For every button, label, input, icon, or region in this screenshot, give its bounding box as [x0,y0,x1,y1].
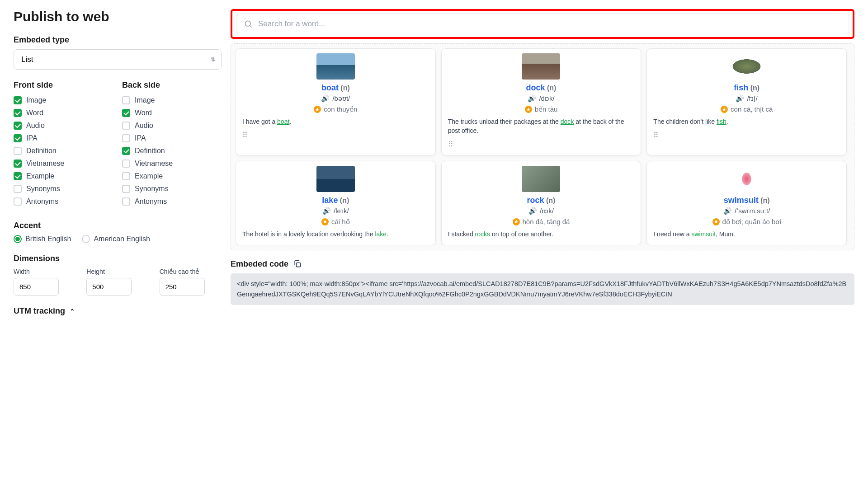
audio-icon[interactable]: 🔊 [321,94,330,103]
audio-icon[interactable]: 🔊 [723,207,732,215]
audio-icon[interactable]: 🔊 [322,207,331,215]
star-icon: ★ [321,218,329,225]
front-checkbox-definition[interactable] [14,147,22,155]
front-checkbox-image[interactable] [14,96,22,104]
accent-option-label: American English [94,235,150,243]
back-checkbox-antonyms[interactable] [122,197,130,206]
drag-handle-icon[interactable]: ⠿ [242,131,429,139]
copy-icon[interactable] [293,259,302,268]
back-checkbox-vietnamese[interactable] [122,160,130,168]
utm-tracking-toggle[interactable]: UTM tracking ⌃ [14,306,222,316]
vocab-card[interactable]: boat (n)🔊/bəʊt/★con thuyềnI have got a b… [236,48,436,155]
vocab-card[interactable]: swimsuit (n)🔊/ˈswɪm.suːt/★đồ bơi; quần á… [646,161,847,245]
back-checkbox-example[interactable] [122,172,130,180]
svg-line-1 [250,26,252,28]
back-option-label: Example [135,172,163,180]
search-highlight-box [231,9,854,39]
front-option-label: Synonyms [26,185,60,193]
card-image [522,53,560,80]
embed-type-label: Embeded type [14,35,222,45]
card-word: boat [321,83,339,92]
front-option-label: Word [26,109,43,117]
back-checkbox-definition[interactable] [122,147,130,155]
back-option-label: Vietnamese [135,160,173,168]
front-checkbox-audio[interactable] [14,122,22,130]
vocab-card[interactable]: fish (n)🔊/fɪʃ/★con cá, thịt cáThe childr… [646,48,847,155]
example-highlight: dock [561,118,574,125]
radio-icon [82,235,90,243]
back-checkbox-synonyms[interactable] [122,185,130,193]
embed-code-label: Embeded code [231,259,288,269]
audio-icon[interactable]: 🔊 [736,94,744,103]
embed-type-select[interactable]: List [14,49,222,70]
front-option-label: Vietnamese [26,160,64,168]
star-icon: ★ [513,218,520,225]
card-example: The hotel is in a lovely location overlo… [242,230,429,239]
card-example: I stacked rocks on top of one another. [448,230,635,239]
front-option-label: Image [26,96,46,104]
vocab-card[interactable]: dock (n)🔊/dɒk/★bến tàuThe trucks unload … [441,48,642,155]
card-pos: (n) [339,84,350,92]
front-option-label: Audio [26,122,45,130]
card-ipa: /rɒk/ [540,207,554,215]
card-pos: (n) [338,197,349,204]
card-height-input[interactable] [160,278,205,296]
vocab-card[interactable]: lake (n)🔊/leɪk/★cái hồThe hotel is in a … [236,161,436,245]
back-checkbox-word[interactable] [122,109,130,117]
embed-code-box[interactable]: <div style="width: 100%; max-width:850px… [231,273,854,305]
example-highlight: rocks [475,230,490,238]
star-icon: ★ [314,106,321,113]
card-pos: (n) [545,84,557,92]
width-label: Width [14,268,75,275]
page-title: Publish to web [14,9,222,24]
front-option-label: Example [26,172,54,180]
front-checkbox-word[interactable] [14,109,22,117]
drag-handle-icon[interactable]: ⠿ [448,140,635,149]
back-checkbox-ipa[interactable] [122,134,130,142]
back-checkbox-audio[interactable] [122,122,130,130]
search-input[interactable] [258,19,841,28]
card-example: I have got a boat. [242,117,429,126]
svg-point-0 [245,21,250,26]
front-side-label: Front side [14,80,113,90]
dimensions-label: Dimensions [14,254,222,263]
card-definition: con cá, thịt cá [731,105,773,113]
front-option-label: IPA [26,134,38,142]
accent-radio-american-english[interactable]: American English [82,235,150,243]
front-checkbox-example[interactable] [14,172,22,180]
front-checkbox-synonyms[interactable] [14,185,22,193]
card-word: fish [734,83,748,92]
vocab-card[interactable]: rock (n)🔊/rɒk/★hòn đá, tảng đáI stacked … [441,161,642,245]
accent-option-label: British English [25,235,71,243]
audio-icon[interactable]: 🔊 [528,207,537,215]
card-definition: con thuyền [324,105,357,113]
example-highlight: lake [375,230,387,238]
card-example: The children don't like fish. [653,117,840,126]
front-checkbox-ipa[interactable] [14,134,22,142]
card-image [316,166,355,192]
front-checkbox-vietnamese[interactable] [14,160,22,168]
front-checkbox-antonyms[interactable] [14,197,22,206]
card-ipa: /ˈswɪm.suːt/ [735,207,770,215]
radio-icon [14,235,22,243]
card-image [316,53,355,80]
back-side-label: Back side [122,80,222,90]
card-example: The trucks unload their packages at the … [448,117,635,136]
example-highlight: swimsuit [691,230,716,238]
width-input[interactable] [14,278,59,296]
card-ipa: /bəʊt/ [332,94,350,103]
back-option-label: Image [135,96,155,104]
height-input[interactable] [86,278,132,296]
back-option-label: Definition [135,147,165,155]
height-label: Height [86,268,148,275]
card-height-label: Chiều cao thẻ [160,268,222,275]
star-icon: ★ [721,106,728,113]
accent-radio-british-english[interactable]: British English [14,235,71,243]
back-checkbox-image[interactable] [122,96,130,104]
drag-handle-icon[interactable]: ⠿ [653,131,840,139]
chevron-up-icon: ⌃ [70,308,75,315]
audio-icon[interactable]: 🔊 [528,94,536,103]
card-pos: (n) [759,197,770,204]
card-definition: bến tàu [535,105,558,113]
card-word: rock [527,196,544,205]
